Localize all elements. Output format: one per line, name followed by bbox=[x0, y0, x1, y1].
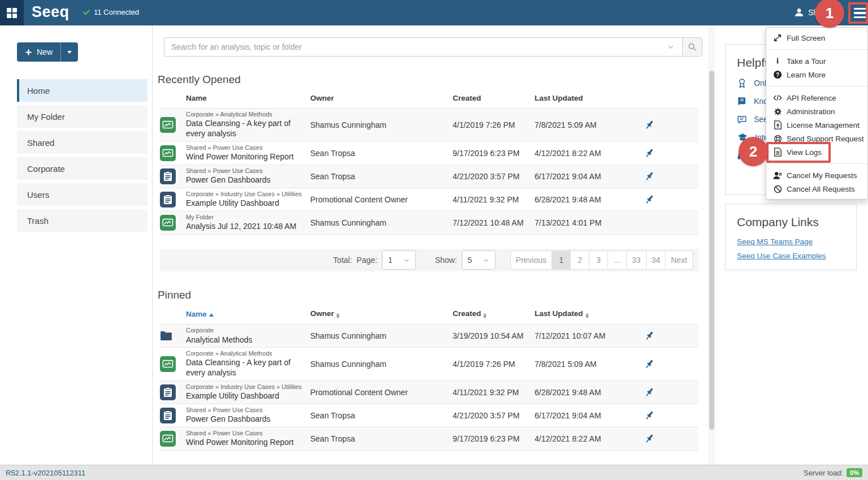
table-row[interactable]: Shared » Power Use CasesPower Gen Dashbo… bbox=[160, 404, 698, 427]
page-button-33[interactable]: 33 bbox=[627, 250, 646, 270]
menu-item-license-management[interactable]: License Management bbox=[766, 118, 867, 132]
new-dropdown-caret[interactable] bbox=[60, 42, 78, 62]
item-name[interactable]: Analysis Jul 12, 2021 10:48 AM bbox=[186, 221, 310, 231]
item-breadcrumb: Corporate » Analytical Methods bbox=[186, 111, 310, 118]
pin-icon[interactable] bbox=[641, 117, 657, 133]
pin-icon[interactable] bbox=[641, 168, 657, 184]
menu-item-api-reference[interactable]: API Reference bbox=[766, 91, 867, 105]
topic-icon bbox=[160, 192, 176, 207]
page-button-2[interactable]: 2 bbox=[571, 250, 589, 270]
analysis-icon bbox=[160, 145, 176, 161]
item-name[interactable]: Wind Power Monitoring Report bbox=[186, 152, 310, 162]
item-name[interactable]: Power Gen Dashboards bbox=[186, 175, 310, 185]
vertical-scrollbar[interactable] bbox=[708, 25, 715, 465]
sidebar-item-trash[interactable]: Trash bbox=[17, 209, 147, 232]
item-owner: Sean Tropsa bbox=[310, 404, 453, 427]
item-breadcrumb: Corporate » Industry Use Cases » Utiliti… bbox=[186, 191, 310, 198]
item-breadcrumb: Shared » Power Use Cases bbox=[186, 407, 310, 414]
menu-item-learn-more[interactable]: ?Learn More bbox=[766, 68, 867, 81]
item-name[interactable]: Analytical Methods bbox=[186, 335, 310, 345]
item-created: 9/17/2019 6:23 PM bbox=[453, 141, 535, 165]
pin-icon[interactable] bbox=[641, 356, 657, 372]
analysis-icon bbox=[160, 356, 176, 372]
expand-icon bbox=[773, 34, 782, 42]
pin-icon[interactable] bbox=[641, 408, 657, 423]
table-row[interactable]: Corporate » Analytical MethodsData Clean… bbox=[160, 109, 698, 142]
page-select[interactable]: 1 bbox=[382, 250, 416, 270]
menu-item-full-screen[interactable]: Full Screen bbox=[766, 31, 867, 45]
info-icon: i bbox=[773, 57, 782, 66]
analysis-icon bbox=[160, 117, 176, 133]
item-breadcrumb: Corporate » Industry Use Cases » Utiliti… bbox=[186, 383, 310, 391]
sidebar-item-users[interactable]: Users bbox=[17, 183, 147, 206]
item-name[interactable]: Example Utility Dashboard bbox=[186, 198, 310, 208]
company-link[interactable]: Seeq MS Teams Page bbox=[737, 237, 845, 246]
topic-icon bbox=[160, 408, 176, 423]
table-row[interactable]: Corporate » Industry Use Cases » Utiliti… bbox=[160, 188, 698, 211]
connection-status[interactable]: 11 Connected bbox=[83, 8, 139, 16]
sidebar-item-shared[interactable]: Shared bbox=[17, 131, 147, 154]
company-links-title: Company Links bbox=[737, 215, 845, 229]
item-updated: 7/8/2021 5:09 AM bbox=[535, 348, 619, 381]
plus-icon bbox=[25, 49, 32, 56]
page-button-...[interactable]: ... bbox=[608, 250, 627, 270]
page-button-34[interactable]: 34 bbox=[646, 250, 666, 270]
search-input[interactable]: Search for an analysis, topic or folder bbox=[164, 37, 682, 57]
sidebar-item-my-folder[interactable]: My Folder bbox=[17, 105, 147, 128]
version-label: R52.1.1-v202105112311 bbox=[6, 469, 85, 477]
table-row[interactable]: Shared » Power Use CasesPower Gen Dashbo… bbox=[160, 165, 698, 188]
item-updated: 6/28/2021 9:48 AM bbox=[535, 380, 619, 404]
item-created: 4/1/2019 7:26 PM bbox=[453, 109, 535, 142]
menu-item-cancel-all-requests[interactable]: Cancel All Requests bbox=[766, 182, 867, 196]
apps-grid-icon[interactable] bbox=[0, 0, 24, 25]
sidebar-item-corporate[interactable]: Corporate bbox=[17, 157, 147, 180]
column-header-created[interactable]: Created bbox=[453, 305, 535, 325]
item-name[interactable]: Data Cleansing - A key part of every ana… bbox=[186, 357, 310, 378]
chevron-down-icon[interactable] bbox=[667, 44, 674, 50]
column-header-last-updated: Last Updated bbox=[535, 89, 619, 109]
page-button-previous[interactable]: Previous bbox=[510, 250, 552, 270]
table-row[interactable]: CorporateAnalytical MethodsShamus Cunnin… bbox=[160, 325, 698, 348]
item-name[interactable]: Wind Power Monitoring Report bbox=[186, 437, 310, 447]
show-select[interactable]: 5 bbox=[462, 250, 496, 270]
pin-icon[interactable] bbox=[641, 328, 657, 344]
scrollbar-thumb[interactable] bbox=[709, 71, 714, 430]
company-link[interactable]: Seeq Use Case Examples bbox=[737, 252, 845, 260]
seeq-logo[interactable]: Seeq bbox=[32, 3, 70, 21]
sort-icon bbox=[483, 313, 487, 318]
item-owner: Shamus Cunningham bbox=[310, 211, 453, 234]
item-updated: 6/28/2021 9:48 AM bbox=[535, 188, 619, 211]
sidebar-item-home[interactable]: Home bbox=[17, 79, 147, 102]
table-row[interactable]: My FolderAnalysis Jul 12, 2021 10:48 AMS… bbox=[160, 211, 698, 234]
pin-icon[interactable] bbox=[641, 384, 657, 400]
recently-opened-title: Recently Opened bbox=[158, 73, 241, 86]
pin-icon[interactable] bbox=[641, 192, 657, 207]
page-button-1[interactable]: 1 bbox=[552, 250, 571, 270]
item-updated: 6/17/2021 9:04 AM bbox=[535, 165, 619, 188]
item-created: 3/19/2019 10:54 AM bbox=[453, 325, 535, 348]
table-row[interactable]: Corporate » Industry Use Cases » Utiliti… bbox=[160, 380, 698, 404]
search-button[interactable] bbox=[682, 37, 702, 57]
page-button-3[interactable]: 3 bbox=[589, 250, 608, 270]
column-header-owner[interactable]: Owner bbox=[310, 305, 453, 325]
new-button[interactable]: New bbox=[17, 42, 78, 62]
page-button-next[interactable]: Next bbox=[666, 250, 693, 270]
page-label: Page: bbox=[357, 256, 377, 265]
pinned-table: NameOwnerCreatedLast UpdatedCorporateAna… bbox=[160, 305, 698, 451]
pin-icon[interactable] bbox=[641, 145, 657, 161]
item-name[interactable]: Power Gen Dashboards bbox=[186, 414, 310, 424]
item-name[interactable]: Data Cleansing - A key part of every ana… bbox=[186, 118, 310, 139]
item-name[interactable]: Example Utility Dashboard bbox=[186, 391, 310, 401]
menu-item-administration[interactable]: Administration bbox=[766, 105, 867, 118]
column-header-name: Name bbox=[186, 89, 310, 109]
menu-item-cancel-my-requests[interactable]: Cancel My Requests bbox=[766, 168, 867, 182]
table-row[interactable]: Corporate » Analytical MethodsData Clean… bbox=[160, 348, 698, 381]
left-sidebar: New HomeMy FolderSharedCorporateUsersTra… bbox=[0, 25, 153, 465]
column-header-last-updated[interactable]: Last Updated bbox=[535, 305, 619, 325]
pin-icon[interactable] bbox=[641, 431, 657, 447]
item-owner: Shamus Cunningham bbox=[310, 348, 453, 381]
table-row[interactable]: Shared » Power Use CasesWind Power Monit… bbox=[160, 427, 698, 450]
menu-item-take-a-tour[interactable]: iTake a Tour bbox=[766, 54, 867, 68]
column-header-name[interactable]: Name bbox=[186, 305, 310, 325]
table-row[interactable]: Shared » Power Use CasesWind Power Monit… bbox=[160, 141, 698, 165]
